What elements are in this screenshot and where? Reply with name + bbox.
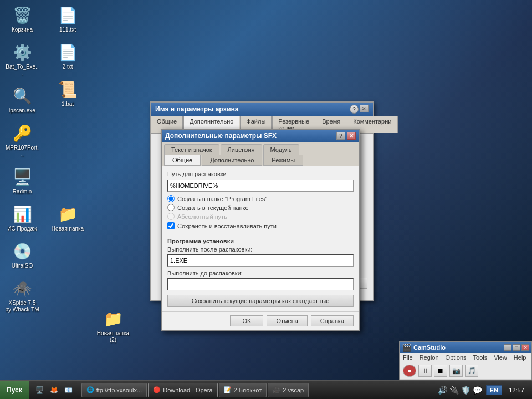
ultraiso-icon[interactable]: 💿 UltraISO <box>3 239 42 272</box>
sfx-tab-modes[interactable]: Режимы <box>263 155 303 166</box>
camstudio-icon: 🎬 <box>402 343 411 352</box>
cam-menu-region[interactable]: Region <box>416 354 442 361</box>
1bat-icon[interactable]: 📜 1.bat <box>48 77 87 110</box>
taskbar-notepad-item[interactable]: 📝 2 Блокнот <box>219 383 267 397</box>
sfx-cancel-button[interactable]: Отмена <box>267 315 307 326</box>
111txt-icon[interactable]: 📄 111.txt <box>48 3 87 35</box>
sfx-body: Путь для распаковки Создать в папке "Pro… <box>162 166 359 311</box>
sfx-close-button[interactable]: ✕ <box>347 132 356 140</box>
cam-menu-file[interactable]: File <box>400 354 416 361</box>
sfx-radio-program-files-input[interactable] <box>167 195 175 202</box>
sfx-before-input[interactable] <box>167 278 354 290</box>
taskbar-opera-icon: 🔴 <box>153 386 161 393</box>
desktop: 🗑️ Корзина ⚙️ Bat_To_Exe... 🔍 ipscan.exe… <box>0 0 532 399</box>
archive-dialog-titlebar: Имя и параметры архива ? ✕ <box>151 103 373 116</box>
bat-to-exe-icon[interactable]: ⚙️ Bat_To_Exe... <box>3 40 42 79</box>
quicklaunch-icon-1[interactable]: 🖥️ <box>33 384 47 396</box>
archive-close-button[interactable]: ✕ <box>360 105 369 112</box>
cam-menu-options[interactable]: Options <box>442 354 470 361</box>
sfx-radio-current-folder-input[interactable] <box>167 204 175 211</box>
archive-dialog-title: Имя и параметры архива <box>155 105 238 113</box>
2txt-icon[interactable]: 📄 2.txt <box>48 40 87 73</box>
sfx-title: Дополнительные параметры SFX <box>165 132 277 140</box>
tray-icon-1: 🔊 <box>438 385 448 395</box>
taskbar: Пуск 🖥️ 🦊 📧 🌐 ftp://ftp.xxsoulx... 🔴 Dow… <box>0 380 532 399</box>
taskbar-ftp-item[interactable]: 🌐 ftp://ftp.xxsoulx... <box>81 383 147 397</box>
sfx-path-input[interactable] <box>167 180 354 192</box>
cam-menu-view[interactable]: View <box>490 354 510 361</box>
sfx-titlebar: Дополнительные параметры SFX ? ✕ <box>162 130 359 142</box>
sfx-divider <box>167 234 354 234</box>
quicklaunch-icon-3[interactable]: 📧 <box>62 384 75 396</box>
recycle-bin-icon[interactable]: 🗑️ Корзина <box>3 3 42 35</box>
new-folder-1-icon[interactable]: 📁 Новая папка <box>48 202 87 234</box>
taskbar-vscap-icon: 🎥 <box>273 386 280 393</box>
sfx-save-defaults-button[interactable]: Сохранить текущие параметры как стандарт… <box>167 295 354 307</box>
sfx-radio-group: Создать в папке "Program Files" Создать … <box>167 195 354 220</box>
icon-column-1: 🗑️ Корзина ⚙️ Bat_To_Exe... 🔍 ipscan.exe… <box>3 3 42 346</box>
sfx-help-icon-button[interactable]: ? <box>336 132 345 140</box>
sfx-tab-license[interactable]: Лицензия <box>221 144 262 155</box>
camstudio-maximize-button[interactable]: □ <box>513 344 520 351</box>
cam-menu-tools[interactable]: Tools <box>470 354 491 361</box>
archive-titlebar-buttons: ? ✕ <box>350 105 369 114</box>
quicklaunch-icon-2[interactable]: 🦊 <box>48 384 61 396</box>
taskbar-ftp-icon: 🌐 <box>86 386 94 393</box>
sfx-after-input[interactable] <box>167 254 354 267</box>
camstudio-toolbar: ● ⏸ ⏹ 📷 🎵 <box>400 362 531 380</box>
taskbar-vscap-item[interactable]: 🎥 2 vscap <box>268 383 309 397</box>
camstudio-close-button[interactable]: ✕ <box>521 344 529 351</box>
sfx-before-label: Выполнить до распаковки: <box>167 270 354 277</box>
cam-screenshot-button[interactable]: 📷 <box>449 365 463 377</box>
sfx-checkbox-paths-input[interactable] <box>167 222 175 229</box>
cam-menu-help[interactable]: Help <box>510 354 530 361</box>
camstudio-minimize-button[interactable]: _ <box>504 344 511 351</box>
sfx-tabs-row2: Общие Дополнительно Режимы <box>162 155 359 166</box>
sfx-checkbox-paths: Сохранять и восстанавливать пути <box>167 222 354 229</box>
taskbar-items: 🖥️ 🦊 📧 🌐 ftp://ftp.xxsoulx... 🔴 Download… <box>29 381 433 399</box>
start-button[interactable]: Пуск <box>0 381 29 400</box>
sfx-tab-module[interactable]: Модуль <box>263 144 299 155</box>
mpr107-icon[interactable]: 🔑 MPR107Port... <box>3 121 42 160</box>
sfx-footer: OK Отмена Справка <box>162 311 359 330</box>
new-folder-2-icon[interactable]: 📁 Новая папка (2) <box>94 306 132 346</box>
sfx-tab-text[interactable]: Текст и значок <box>164 144 219 155</box>
icon-column-3: 📁 Новая папка (2) <box>94 3 132 346</box>
cam-stop-button[interactable]: ⏹ <box>434 365 447 377</box>
tray-icons: 🔊 🔌 🛡️ 💬 <box>438 385 483 395</box>
xspide-icon[interactable]: 🕷️ XSpide 7.5 by Whack TM <box>3 276 42 315</box>
archive-help-button[interactable]: ? <box>350 105 359 114</box>
radmin-icon[interactable]: 🖥️ Radmin <box>3 165 42 197</box>
camstudio-titlebar: 🎬 CamStudio _ □ ✕ <box>400 342 531 353</box>
sfx-help-button[interactable]: Справка <box>311 315 354 326</box>
sfx-radio-program-files-label: Создать в папке "Program Files" <box>177 196 267 202</box>
sfx-tabs-row1: Текст и значок Лицензия Модуль <box>162 142 359 155</box>
ipscan-icon[interactable]: 🔍 ipscan.exe <box>3 84 42 116</box>
tray-icon-2: 🔌 <box>449 385 459 395</box>
sfx-after-label: Выполнить после распаковки: <box>167 246 354 253</box>
camstudio-window: 🎬 CamStudio _ □ ✕ File Region Options To… <box>399 341 532 380</box>
is-prodazh-icon[interactable]: 📊 ИС Продаж <box>3 202 42 234</box>
taskbar-notepad-icon: 📝 <box>224 386 232 393</box>
sfx-radio-absolute-label: Абсолютный путь <box>177 213 227 220</box>
camstudio-menubar: File Region Options Tools View Help <box>400 353 531 362</box>
cam-pause-button[interactable]: ⏸ <box>418 365 432 377</box>
sfx-tab-general[interactable]: Общие <box>164 155 201 166</box>
desktop-icons-area: 🗑️ Корзина ⚙️ Bat_To_Exe... 🔍 ipscan.exe… <box>3 3 137 346</box>
sfx-tab-additional[interactable]: Дополнительно <box>202 155 262 166</box>
sfx-program-section: Программа установки Выполнить после расп… <box>167 238 354 290</box>
tray-icon-4: 💬 <box>473 385 483 395</box>
quick-launch: 🖥️ 🦊 📧 <box>31 384 78 396</box>
tray-icon-3: 🛡️ <box>461 385 471 395</box>
sfx-radio-absolute-path: Абсолютный путь <box>167 213 354 220</box>
sfx-ok-button[interactable]: OK <box>230 315 263 326</box>
cam-audio-button[interactable]: 🎵 <box>465 365 478 377</box>
taskbar-opera-item[interactable]: 🔴 Download - Opera <box>148 383 217 397</box>
camstudio-window-buttons: _ □ ✕ <box>504 344 529 351</box>
language-button[interactable]: EN <box>486 385 502 395</box>
clock-display: 12:57 <box>505 387 528 393</box>
sfx-radio-current-folder-label: Создать в текущей папке <box>177 204 249 211</box>
cam-record-button[interactable]: ● <box>403 365 416 377</box>
sfx-checkbox-paths-label: Сохранять и восстанавливать пути <box>177 223 277 229</box>
sfx-program-label: Программа установки <box>167 238 354 244</box>
